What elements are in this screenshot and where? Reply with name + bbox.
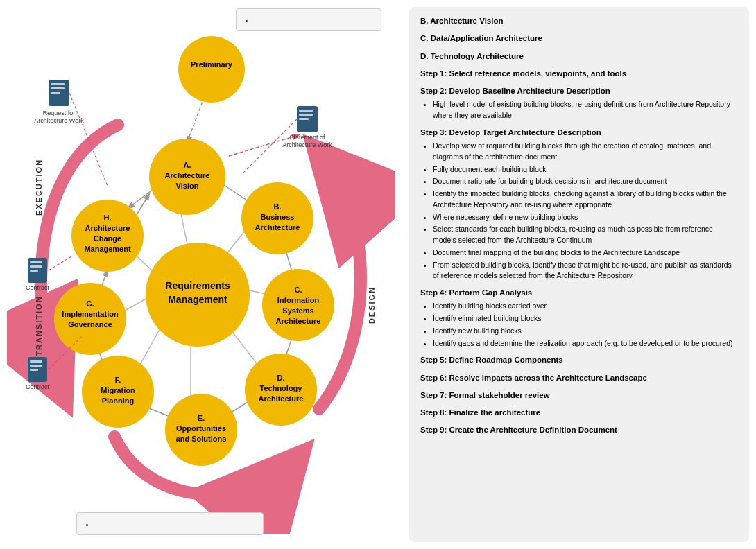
left-panel: Preliminary A. Architecture Vision B. Bu… (7, 7, 402, 542)
svg-text:and Solutions: and Solutions (176, 435, 227, 443)
svg-text:TRANSITION: TRANSITION (35, 295, 43, 356)
svg-text:C.: C. (295, 286, 302, 294)
right-panel-section-title: D. Technology Architecture (420, 51, 738, 62)
svg-text:Information: Information (277, 296, 320, 304)
svg-text:EXECUTION: EXECUTION (35, 159, 43, 216)
svg-text:H.: H. (104, 214, 112, 222)
svg-rect-45 (299, 118, 309, 120)
right-panel-section-title: Step 4: Perform Gap Analysis (420, 287, 738, 299)
right-panel-section-title: Step 7: Formal stakeholder review (420, 390, 738, 401)
svg-text:E.: E. (198, 414, 205, 422)
svg-text:Opportunities: Opportunities (176, 424, 226, 433)
svg-text:Business: Business (261, 213, 295, 221)
svg-text:Contract: Contract (26, 284, 50, 291)
svg-text:Implementation: Implementation (62, 310, 119, 318)
right-panel-section-title: B. Architecture Vision (420, 15, 738, 27)
bottom-callout (76, 512, 264, 535)
svg-rect-54 (30, 369, 38, 371)
svg-text:Systems: Systems (282, 306, 313, 315)
right-panel-bullet-item: High level model of existing building bl… (433, 99, 738, 121)
svg-text:Requirements: Requirements (165, 280, 230, 291)
svg-rect-43 (299, 110, 313, 112)
circle-c (262, 269, 334, 341)
svg-text:Architecture: Architecture (259, 394, 304, 403)
svg-rect-52 (30, 360, 42, 363)
right-panel-bullet-item: Identify the impacted building blocks, c… (433, 189, 738, 211)
right-panel-bullet-list: Identify building blocks carried overIde… (433, 301, 738, 349)
svg-text:Request for: Request for (43, 110, 76, 116)
svg-text:Vision: Vision (176, 182, 199, 190)
svg-rect-44 (299, 114, 313, 116)
right-panel-bullet-item: Select standards for each building block… (433, 224, 738, 246)
right-panel-content: B. Architecture VisionC. Data/Applicatio… (420, 15, 738, 437)
right-panel-section-title: Step 9: Create the Architecture Definiti… (420, 424, 738, 436)
main-container: Preliminary A. Architecture Vision B. Bu… (0, 0, 756, 549)
svg-text:Management: Management (84, 245, 131, 253)
right-panel-bullet-item: Fully document each building block (433, 164, 738, 175)
right-panel-bullet-list: Develop view of required building blocks… (433, 141, 738, 281)
svg-text:Planning: Planning (102, 397, 134, 405)
right-panel-section-title: Step 3: Develop Target Architecture Desc… (420, 127, 738, 139)
right-panel-bullet-item: Where necessary, define new building blo… (433, 212, 738, 223)
svg-text:Architecture: Architecture (276, 317, 321, 325)
svg-text:Architecture Work: Architecture Work (282, 141, 332, 148)
right-panel-section-title: Step 6: Resolve impacts across the Archi… (420, 372, 738, 384)
top-callout-bullet (255, 17, 372, 25)
svg-text:Architecture: Architecture (255, 223, 300, 232)
svg-rect-50 (30, 270, 38, 272)
svg-text:F.: F. (115, 376, 121, 384)
right-panel-section-title: C. Data/Application Architecture (420, 33, 738, 44)
diagram-svg: Preliminary A. Architecture Vision B. Bu… (7, 7, 395, 534)
right-panel-bullet-item: Identify gaps and determine the realizat… (433, 338, 738, 349)
svg-text:D.: D. (277, 374, 285, 382)
svg-text:Management: Management (168, 294, 227, 305)
bottom-callout-bullet (95, 521, 255, 529)
svg-rect-53 (30, 365, 42, 367)
right-panel-bullet-list: High level model of existing building bl… (433, 99, 738, 121)
right-panel: B. Architecture VisionC. Data/Applicatio… (409, 7, 749, 542)
right-panel-bullet-item: Identify building blocks carried over (433, 301, 738, 312)
svg-text:DESIGN: DESIGN (368, 286, 376, 324)
svg-rect-49 (30, 265, 42, 268)
svg-text:Change: Change (94, 234, 121, 243)
right-panel-bullet-item: Identify eliminated building blocks (433, 313, 738, 324)
right-panel-bullet-item: Identify new building blocks (433, 326, 738, 337)
svg-line-57 (49, 256, 71, 270)
svg-rect-48 (30, 261, 42, 263)
right-panel-bullet-item: From selected building blocks, identify … (433, 260, 738, 282)
circle-g (54, 283, 126, 355)
svg-text:Contract: Contract (26, 383, 50, 390)
right-panel-section-title: Step 1: Select reference models, viewpoi… (420, 68, 738, 80)
svg-text:B.: B. (274, 202, 282, 211)
svg-text:A.: A. (184, 161, 191, 169)
svg-rect-39 (51, 92, 60, 94)
top-callout (236, 8, 381, 31)
svg-text:Statement of: Statement of (289, 134, 325, 141)
right-panel-bullet-item: Document rationale for building block de… (433, 176, 738, 187)
svg-text:Architecture: Architecture (85, 224, 130, 232)
preliminary-circle (178, 36, 245, 103)
svg-text:Architecture Work: Architecture Work (34, 117, 84, 124)
svg-text:Governance: Governance (68, 320, 112, 329)
svg-text:Technology: Technology (260, 384, 303, 392)
right-panel-section-title: Step 8: Finalize the architecture (420, 407, 738, 419)
svg-rect-38 (51, 87, 65, 89)
svg-text:Migration: Migration (101, 386, 135, 394)
right-panel-section-title: Step 2: Develop Baseline Architecture De… (420, 85, 738, 97)
svg-text:Architecture: Architecture (165, 171, 210, 180)
right-panel-bullet-item: Document final mapping of the building b… (433, 247, 738, 259)
right-panel-section-title: Step 5: Define Roadmap Components (420, 354, 738, 366)
svg-rect-37 (51, 83, 65, 85)
svg-text:Preliminary: Preliminary (191, 60, 233, 69)
svg-text:G.: G. (86, 299, 94, 308)
right-panel-bullet-item: Develop view of required building blocks… (433, 141, 738, 163)
